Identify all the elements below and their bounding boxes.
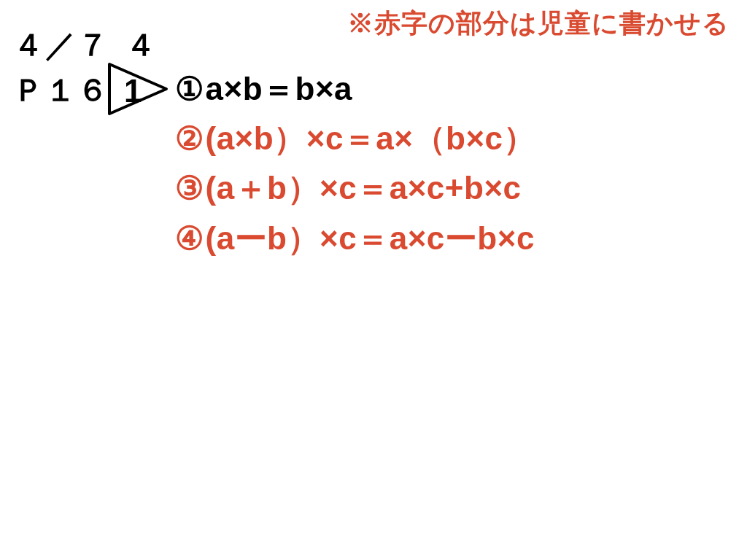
triangle-marker: 1 — [105, 60, 171, 118]
formula-body-4: (aーb）×c＝a×cーb×c — [206, 214, 535, 263]
formula-row-3: ③ (a＋b）×c＝a×c+b×c — [175, 163, 535, 213]
instruction-note: ※赤字の部分は児童に書かせる — [347, 6, 729, 42]
formula-list: ① a×b＝b×a ② (a×b）×c＝a×（b×c） ③ (a＋b）×c＝a×… — [175, 64, 535, 263]
formula-marker-4: ④ — [175, 214, 204, 263]
formula-row-2: ② (a×b）×c＝a×（b×c） — [175, 114, 535, 163]
formula-marker-1: ① — [175, 64, 204, 114]
formula-marker-3: ③ — [175, 163, 204, 213]
date-label: ４／７ — [13, 25, 109, 66]
formula-row-1: ① a×b＝b×a — [175, 64, 535, 114]
formula-row-4: ④ (aーb）×c＝a×cーb×c — [175, 214, 535, 263]
formula-body-1: a×b＝b×a — [206, 64, 353, 114]
page-label: Ｐ１６ — [13, 70, 109, 111]
triangle-number: 1 — [124, 73, 142, 109]
formula-marker-2: ② — [175, 114, 204, 163]
formula-body-3: (a＋b）×c＝a×c+b×c — [206, 163, 522, 213]
formula-body-2: (a×b）×c＝a×（b×c） — [206, 114, 536, 163]
